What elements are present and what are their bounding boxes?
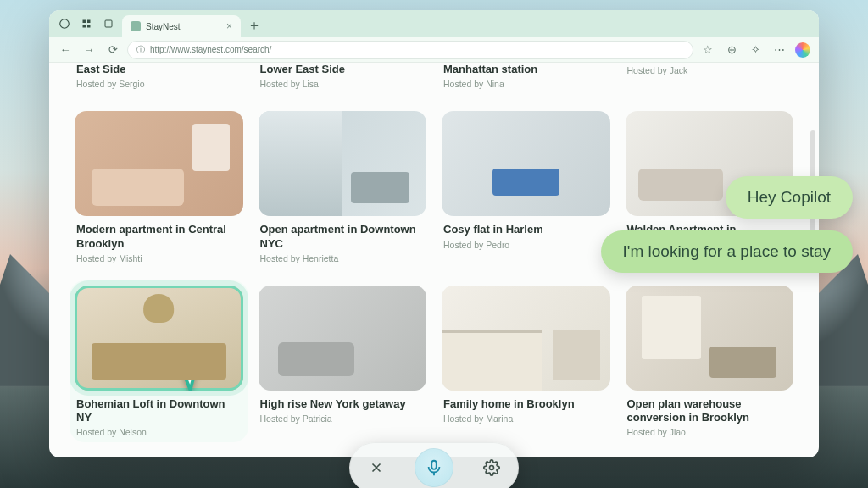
chat-bubble-user: I'm looking for a place to stay: [601, 230, 853, 273]
listing-title: Open apartment in Downtown NYC: [260, 223, 426, 251]
listing-card[interactable]: Lower East SideHosted by Lisa: [259, 63, 427, 89]
tab-actions-icon[interactable]: [100, 15, 117, 32]
svg-rect-2: [87, 20, 91, 24]
tab-close-icon[interactable]: ×: [226, 20, 232, 32]
microphone-button[interactable]: [415, 448, 453, 487]
listing-host: Hosted by Pedro: [443, 240, 609, 250]
back-button[interactable]: ←: [56, 41, 75, 59]
settings-button[interactable]: [476, 452, 507, 483]
svg-rect-4: [87, 25, 91, 28]
tab-title: StayNest: [146, 22, 181, 31]
svg-rect-5: [105, 20, 112, 27]
close-button[interactable]: [361, 452, 392, 483]
listing-host: Hosted by Nelson: [76, 427, 242, 437]
listing-title: Bohemian Loft in Downtown NY: [76, 397, 242, 425]
listing-host: Hosted by Jack: [627, 65, 793, 75]
svg-point-10: [490, 466, 494, 470]
listing-title: Manhattan station: [443, 63, 609, 76]
svg-point-0: [60, 19, 70, 29]
listing-thumbnail: [442, 111, 610, 216]
listing-card[interactable]: High rise New York getawayHosted by Patr…: [259, 286, 427, 438]
refresh-button[interactable]: ⟳: [103, 41, 122, 59]
listing-card-selected[interactable]: Bohemian Loft in Downtown NYHosted by Ne…: [70, 280, 248, 443]
new-tab-button[interactable]: ＋: [246, 17, 263, 34]
favorite-button[interactable]: ☆: [698, 41, 717, 59]
listing-host: Hosted by Jiao: [627, 427, 793, 437]
collections-button[interactable]: ⊕: [722, 41, 741, 59]
listing-card[interactable]: Cosy flat in HarlemHosted by Pedro: [442, 111, 610, 263]
browser-tab[interactable]: StayNest ×: [122, 15, 241, 37]
listing-title: Cosy flat in Harlem: [443, 223, 609, 236]
lock-icon: ⓘ: [136, 44, 145, 56]
listing-title: Modern apartment in Central Brooklyn: [76, 223, 242, 251]
svg-rect-8: [431, 461, 437, 469]
listing-host: Hosted by Henrietta: [260, 253, 426, 263]
address-bar[interactable]: ⓘ http://www.staynest.com/search/: [127, 41, 693, 59]
listing-card[interactable]: Open plan warehouse conversion in Brookl…: [626, 286, 794, 438]
copilot-icon: [795, 42, 810, 58]
listing-title: Family home in Brooklyn: [443, 397, 609, 411]
toolbar: ← → ⟳ ⓘ http://www.staynest.com/search/ …: [49, 37, 819, 63]
svg-rect-3: [83, 25, 86, 28]
listing-title: East Side: [76, 63, 242, 76]
profile-icon[interactable]: [56, 15, 73, 32]
listing-host: Hosted by Sergio: [76, 79, 242, 89]
url-text: http://www.staynest.com/search/: [150, 45, 271, 54]
listing-host: Hosted by Patricia: [260, 413, 426, 424]
listing-card[interactable]: East SideHosted by Sergio: [75, 63, 243, 89]
listing-thumbnail: [259, 111, 427, 216]
listing-card[interactable]: Manhattan stationHosted by Nina: [442, 63, 610, 89]
tab-favicon-icon: [131, 21, 141, 31]
svg-rect-1: [83, 20, 86, 24]
listing-thumbnail: [626, 286, 794, 391]
copilot-button[interactable]: [793, 41, 812, 59]
tab-strip: StayNest × ＋: [49, 10, 819, 37]
listing-card[interactable]: Modern apartment in Central BrooklynHost…: [75, 111, 243, 263]
listing-host: Hosted by Lisa: [260, 79, 426, 89]
forward-button[interactable]: →: [80, 41, 98, 59]
listing-host: Hosted by Marina: [443, 413, 609, 424]
listing-title: Open plan warehouse conversion in Brookl…: [627, 397, 793, 425]
listing-thumbnail: [442, 286, 610, 391]
listing-title: High rise New York getaway: [260, 397, 426, 411]
listing-host: Hosted by Mishti: [76, 253, 242, 263]
listing-card[interactable]: Open apartment in Downtown NYCHosted by …: [259, 111, 427, 263]
listing-host: Hosted by Nina: [443, 79, 609, 89]
listing-card[interactable]: Family home in BrooklynHosted by Marina: [442, 286, 610, 438]
listing-card[interactable]: Hosted by Jack: [626, 63, 794, 89]
extensions-button[interactable]: ✧: [746, 41, 765, 59]
listing-thumbnail: [259, 286, 427, 391]
menu-button[interactable]: ⋯: [770, 41, 788, 59]
copilot-voice-bar: [349, 442, 519, 488]
listing-thumbnail: [75, 111, 243, 216]
workspaces-icon[interactable]: [78, 15, 95, 32]
chat-bubble-user: Hey Copilot: [726, 176, 853, 219]
listing-thumbnail: [75, 286, 243, 391]
listing-title: Lower East Side: [260, 63, 426, 76]
